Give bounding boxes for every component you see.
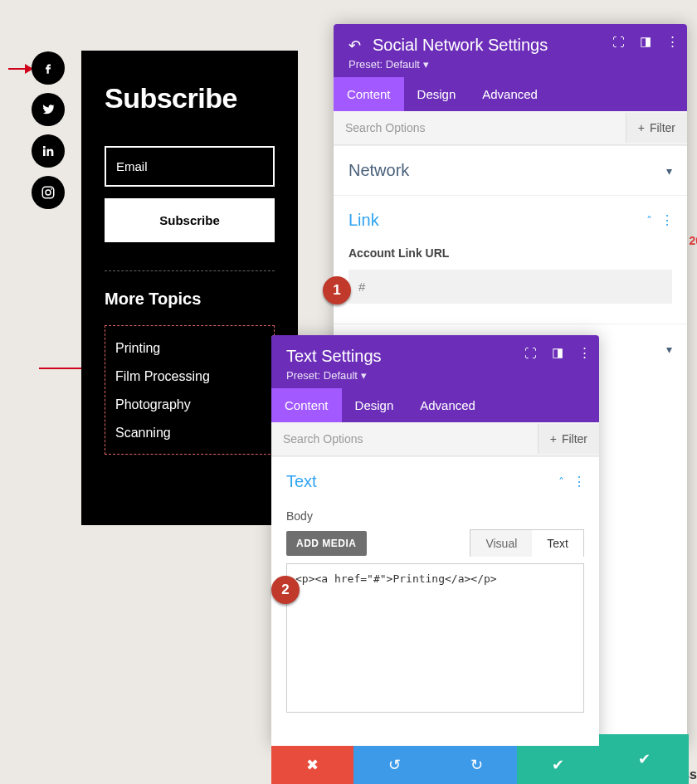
text-settings-panel: Text Settings Preset: Default ▾ ⛶ ◨ ⋮ Co… [271,335,599,746]
back-icon[interactable]: ↶ [348,37,361,55]
svg-point-6 [51,188,52,190]
chevron-up-icon: ˄ [646,214,652,227]
undo-button[interactable]: ↺ [353,746,436,784]
columns-icon[interactable]: ◨ [640,34,651,49]
editor-text-area[interactable] [286,563,584,713]
tab-advanced[interactable]: Advanced [407,388,489,422]
discard-button[interactable]: ✖ [271,746,353,784]
publish-button[interactable]: ✔ [599,734,689,784]
tab-design[interactable]: Design [342,388,407,422]
bottom-action-bar: ✖ ↺ ↻ ✔ ✔ [271,746,689,784]
panel-title: Social Network Settings [373,36,548,55]
preset-selector[interactable]: Preset: Default [348,58,420,71]
editor-tabs: Visual Text [470,529,584,557]
plus-icon: + [550,432,557,446]
search-options-input[interactable] [334,111,626,144]
topic-photography[interactable]: Photography [115,391,264,419]
plus-icon: + [638,121,645,134]
email-input[interactable] [105,146,275,187]
editor-tab-visual[interactable]: Visual [470,530,532,557]
section-network: Network ▾ [334,145,687,195]
svg-point-5 [46,190,51,195]
twitter-icon[interactable] [32,93,65,126]
panel-tabs: Content Design Advanced [271,388,599,422]
subscribe-heading: Subscribe [105,82,275,114]
chevron-down-icon[interactable]: ▾ [423,58,429,71]
chevron-up-icon: ˄ [558,475,564,489]
topic-scanning[interactable]: Scanning [115,419,264,447]
chevron-down-icon: ▾ [666,164,672,178]
section-text: Text ˄⋮ Body ADD MEDIA Visual Text [271,456,599,731]
section-link: Link ˄⋮ Account Link URL [334,195,687,319]
preset-selector[interactable]: Preset: Default [286,369,358,382]
section-link-header[interactable]: Link ˄⋮ [334,196,687,245]
edge-partial-text: 20 [689,234,697,247]
panel-title: Text Settings [286,347,382,366]
linkedin-icon[interactable] [32,134,65,168]
section-text-header[interactable]: Text ˄⋮ [271,457,599,506]
kebab-menu-icon[interactable]: ⋮ [660,212,672,228]
add-media-button[interactable]: ADD MEDIA [286,531,367,556]
subscribe-card: Subscribe Subscribe More Topics Printing… [81,51,298,525]
section-network-header[interactable]: Network ▾ [334,146,687,195]
filter-button[interactable]: +Filter [538,424,599,454]
filter-label: Filter [562,432,587,446]
chevron-down-icon[interactable]: ▾ [361,369,367,382]
more-topics-heading: More Topics [105,290,275,309]
facebook-icon[interactable] [32,51,65,85]
tab-design[interactable]: Design [404,77,470,111]
search-row: +Filter [271,422,599,456]
section-link-title: Link [348,211,379,230]
kebab-menu-icon[interactable]: ⋮ [578,345,589,360]
filter-button[interactable]: +Filter [626,113,687,143]
expand-icon[interactable]: ⛶ [524,346,537,360]
topic-printing[interactable]: Printing [115,334,264,363]
panel-header: Text Settings Preset: Default ▾ ⛶ ◨ ⋮ [271,335,599,388]
columns-icon[interactable]: ◨ [552,345,563,360]
save-button[interactable]: ✔ [517,746,599,784]
topic-film-processing[interactable]: Film Processing [115,363,264,391]
panel-header: ↶ Social Network Settings Preset: Defaul… [334,24,687,77]
section-network-title: Network [348,161,409,180]
kebab-menu-icon[interactable]: ⋮ [573,474,584,489]
account-link-url-input[interactable] [348,270,672,304]
panel-tabs: Content Design Advanced [334,77,687,111]
kebab-menu-icon[interactable]: ⋮ [666,34,677,49]
tab-advanced[interactable]: Advanced [469,77,551,111]
tab-content[interactable]: Content [334,77,404,111]
divider [105,270,275,271]
account-link-url-label: Account Link URL [348,246,672,260]
filter-label: Filter [650,121,675,134]
topics-list: Printing Film Processing Photography Sca… [105,325,275,455]
tab-content[interactable]: Content [271,388,342,422]
section-text-title: Text [286,472,317,491]
redo-button[interactable]: ↻ [436,746,517,784]
chevron-down-icon: ▾ [666,343,672,356]
annotation-badge-1: 1 [323,276,351,304]
editor-tab-text[interactable]: Text [532,530,583,557]
edge-clipped-content: 20 [687,133,697,523]
social-icon-column [32,51,65,209]
search-row: +Filter [334,111,687,145]
annotation-arrow-1 [8,62,33,75]
expand-icon[interactable]: ⛶ [612,35,625,49]
subscribe-button[interactable]: Subscribe [105,198,275,242]
instagram-icon[interactable] [32,176,65,209]
search-options-input[interactable] [271,422,538,455]
annotation-badge-2: 2 [271,576,300,604]
body-label: Body [286,509,584,523]
